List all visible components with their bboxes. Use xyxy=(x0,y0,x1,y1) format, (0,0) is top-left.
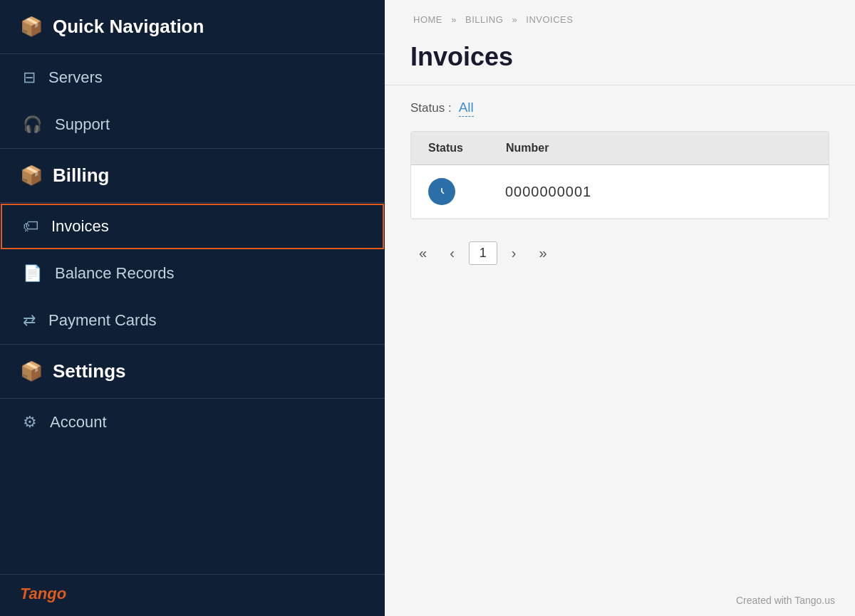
headset-icon: 🎧 xyxy=(23,115,42,134)
table-header-row: Status Number xyxy=(411,132,829,165)
filter-row: Status : All xyxy=(385,85,855,131)
status-filter-value[interactable]: All xyxy=(459,100,474,117)
tag-icon: 🏷 xyxy=(23,217,38,236)
breadcrumb-home[interactable]: HOME xyxy=(413,14,442,25)
box-icon: 📦 xyxy=(20,16,43,38)
pagination-last[interactable]: » xyxy=(530,241,555,266)
settings-box-icon: 📦 xyxy=(20,360,43,382)
tango-logo: Tango xyxy=(0,575,385,616)
invoice-number: 0000000001 xyxy=(505,184,591,200)
pagination-prev[interactable]: ‹ xyxy=(441,241,463,266)
quick-navigation-header: 📦 Quick Navigation xyxy=(0,0,385,54)
status-label: Status : xyxy=(410,101,452,115)
invoices-table: Status Number 0000000001 xyxy=(410,131,829,219)
transfer-icon: ⇄ xyxy=(23,311,36,330)
settings-section-header: 📦 Settings xyxy=(0,344,385,399)
pagination-current: 1 xyxy=(469,241,497,265)
breadcrumb-billing[interactable]: BILLING xyxy=(465,14,503,25)
created-with-label: Created with Tango.us xyxy=(736,595,835,606)
server-icon: ⊟ xyxy=(23,68,36,87)
billing-section-header: 📦 Billing xyxy=(0,148,385,203)
breadcrumb-invoices[interactable]: INVOICES xyxy=(526,14,573,25)
sidebar-item-invoices[interactable]: 🏷 Invoices xyxy=(0,203,385,250)
file-icon: 📄 xyxy=(23,264,42,283)
breadcrumb-sep2: » xyxy=(512,14,520,25)
sidebar-bottom: Tango xyxy=(0,574,385,616)
sidebar: 📦 Quick Navigation ⊟ Servers 🎧 Support 📦… xyxy=(0,0,385,616)
sidebar-item-account[interactable]: ⚙ Account xyxy=(0,399,385,446)
page-title: Invoices xyxy=(385,32,855,85)
pagination: « ‹ 1 › » xyxy=(385,219,855,287)
breadcrumb-sep1: » xyxy=(451,14,460,25)
main-content: HOME » BILLING » INVOICES Invoices Statu… xyxy=(385,0,855,616)
status-clock-icon xyxy=(428,178,455,205)
sidebar-item-balance-records[interactable]: 📄 Balance Records xyxy=(0,250,385,297)
pagination-first[interactable]: « xyxy=(410,241,435,266)
gear-icon: ⚙ xyxy=(23,413,37,432)
col-header-number: Number xyxy=(506,142,549,155)
table-row[interactable]: 0000000001 xyxy=(411,165,829,219)
billing-box-icon: 📦 xyxy=(20,165,43,187)
pagination-next[interactable]: › xyxy=(503,241,525,266)
col-header-status: Status xyxy=(428,142,463,155)
breadcrumb: HOME » BILLING » INVOICES xyxy=(385,0,855,32)
sidebar-item-payment-cards[interactable]: ⇄ Payment Cards xyxy=(0,297,385,344)
sidebar-item-support[interactable]: 🎧 Support xyxy=(0,101,385,148)
sidebar-item-servers[interactable]: ⊟ Servers xyxy=(0,54,385,101)
